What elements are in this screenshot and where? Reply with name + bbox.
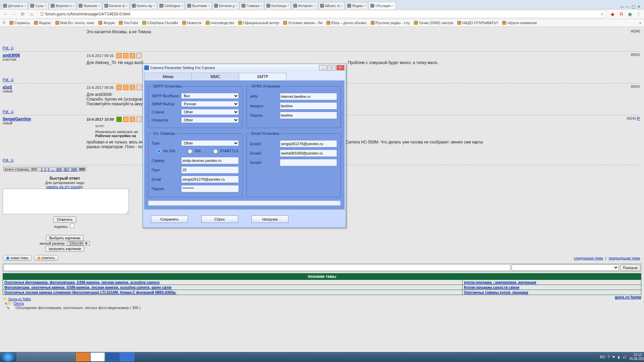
input-email3[interactable] <box>280 159 337 166</box>
tab-mmc[interactable]: MMC <box>192 73 239 80</box>
similar-topic-link[interactable]: Фотоловушка, охотничья камера, GSM-камер… <box>4 285 172 289</box>
post-icon[interactable] <box>116 53 122 58</box>
url-bar[interactable]: ⓘ forum.guns.ru/forummessage/14/714633-0… <box>38 10 606 18</box>
similar-topic-link[interactable]: Охотничья фотокамера, фотоловушка, GSM-к… <box>4 280 160 284</box>
input-email[interactable] <box>181 176 239 183</box>
tab-close-icon[interactable]: × <box>314 4 316 8</box>
bookmark-item[interactable]: Русское радио - слу <box>371 21 410 25</box>
tray-volume-icon[interactable]: 🔊 <box>623 355 627 359</box>
new-topic-button[interactable]: новая тема <box>3 255 32 261</box>
quote-link[interactable]: Ц <box>11 159 13 162</box>
similar-topic-link[interactable]: Охотничья лесная камера слежения (фотоло… <box>4 290 176 294</box>
dialog-close-icon[interactable]: ✕ <box>336 65 344 70</box>
bookmark-item[interactable]: Яндекс <box>34 21 51 25</box>
user-link[interactable]: andi3006 <box>3 53 20 58</box>
post-icon[interactable] <box>116 85 122 90</box>
browser-tab[interactable]: Купить му× <box>130 2 157 9</box>
task-word[interactable] <box>105 353 119 361</box>
search-scope-select[interactable] <box>512 264 619 271</box>
post-icon[interactable] <box>123 53 128 58</box>
page-link[interactable]: 2 <box>44 167 46 171</box>
save-button[interactable]: Сохранить <box>151 216 188 223</box>
radio-ssl[interactable]: SSL <box>186 148 202 154</box>
tray-help-icon[interactable]: ? <box>607 355 609 359</box>
input-password[interactable] <box>181 185 239 192</box>
tab-close-icon[interactable]: × <box>181 4 183 8</box>
tab-close-icon[interactable]: × <box>392 4 394 8</box>
tray-flag-icon[interactable]: ⚑ <box>612 355 615 359</box>
bookmark-item[interactable]: Форум <box>98 21 114 25</box>
radio-starttls[interactable]: STARTTLS <box>212 148 238 154</box>
chrome-min-icon[interactable]: — <box>626 4 630 9</box>
task-app[interactable] <box>61 353 75 361</box>
task-app[interactable] <box>46 353 60 361</box>
reload-icon[interactable]: ⟳ <box>20 11 25 17</box>
page-link[interactable]: 386 <box>56 167 62 171</box>
sign-checkbox[interactable] <box>70 224 74 228</box>
select-smnp[interactable]: Ручная <box>181 101 239 107</box>
ext-icon-2[interactable]: Я <box>619 11 624 17</box>
reset-button[interactable]: Сброс <box>201 216 238 223</box>
post-icon[interactable] <box>130 117 135 122</box>
bookmark-item[interactable]: Юла – доска объявл <box>326 21 367 25</box>
pm-link[interactable]: P.M. <box>3 159 9 162</box>
pick-images-button[interactable] <box>46 235 84 241</box>
post-icon[interactable] <box>123 117 128 122</box>
tab-close-icon[interactable]: × <box>153 4 155 8</box>
ip-link[interactable]: IP <box>637 117 640 120</box>
site-info-icon[interactable]: ⓘ <box>40 11 44 17</box>
bookmark-item[interactable]: Сервисы <box>9 21 30 25</box>
menu-icon[interactable]: ⋮ <box>636 11 641 17</box>
tab-close-icon[interactable]: × <box>260 4 262 8</box>
page-link[interactable]: 1 <box>41 167 43 171</box>
apps-icon[interactable]: ⠿ <box>3 21 5 25</box>
tab-close-icon[interactable]: × <box>287 4 289 8</box>
browser-tab[interactable]: Вьетнамк× <box>185 2 212 9</box>
task-chrome[interactable] <box>91 353 105 361</box>
back-icon[interactable]: ← <box>3 11 8 17</box>
tab-close-icon[interactable]: × <box>126 4 128 8</box>
browser-tab[interactable]: Интернет× <box>291 2 317 9</box>
post-icon[interactable] <box>116 117 122 122</box>
input-apn[interactable] <box>280 93 337 100</box>
crumb-link[interactable]: Охота <box>13 301 24 305</box>
reply-button[interactable] <box>53 217 76 223</box>
bookmark-item[interactable]: Условия заказа - Ли <box>283 21 322 25</box>
input-account[interactable] <box>280 102 337 110</box>
edit-icon[interactable] <box>137 117 142 122</box>
select-country[interactable]: Other <box>181 109 239 115</box>
bookmark-item[interactable]: Новости <box>182 21 202 25</box>
forward-icon[interactable]: → <box>11 11 17 17</box>
browser-tab[interactable]: Обсужден× <box>369 2 396 9</box>
browser-tab[interactable]: Яндекс× <box>345 2 368 9</box>
page-link[interactable]: 3 <box>47 167 49 171</box>
search-input[interactable] <box>4 264 510 271</box>
dialog-max-icon[interactable]: ▢ <box>328 65 336 70</box>
browser-tab[interactable]: Айсинг, го× <box>318 2 345 9</box>
post-icon[interactable] <box>123 85 128 90</box>
pm-link[interactable]: P.M. <box>3 46 9 50</box>
chrome-close-icon[interactable]: ✕ <box>637 4 641 9</box>
post-icon[interactable] <box>130 53 135 58</box>
tab-close-icon[interactable]: × <box>364 4 366 8</box>
start-button[interactable] <box>2 353 14 361</box>
tab-close-icon[interactable]: × <box>45 4 47 8</box>
post-icon[interactable] <box>130 85 135 90</box>
task-app[interactable] <box>32 353 46 361</box>
similar-forum-link[interactable]: Охотничьи товары купля, продажа <box>464 290 528 294</box>
browser-tab[interactable]: Каталог м× <box>103 2 129 9</box>
input-gprs-password[interactable] <box>280 112 337 119</box>
tab-smtp[interactable]: SMTP <box>239 73 286 80</box>
ext-icon-1[interactable]: ◆ <box>610 11 615 17</box>
task-camera-app[interactable] <box>120 353 134 361</box>
browser-tab[interactable]: Свободны× <box>158 2 185 9</box>
tab-close-icon[interactable]: × <box>72 4 74 8</box>
home-link[interactable]: guns.ru home <box>615 295 641 300</box>
star-icon[interactable]: ☆ <box>600 12 604 16</box>
chrome-user-icon[interactable]: ▭ <box>620 4 624 9</box>
reply-hint-link[interactable]: нажать на эту ссылку <box>46 185 82 189</box>
load-button[interactable]: Нагрузка <box>252 216 288 223</box>
select-smtp-onoff[interactable]: Вкл <box>181 93 239 99</box>
pm-link[interactable]: P.M. <box>3 78 9 82</box>
page-link[interactable]: … <box>51 167 55 171</box>
